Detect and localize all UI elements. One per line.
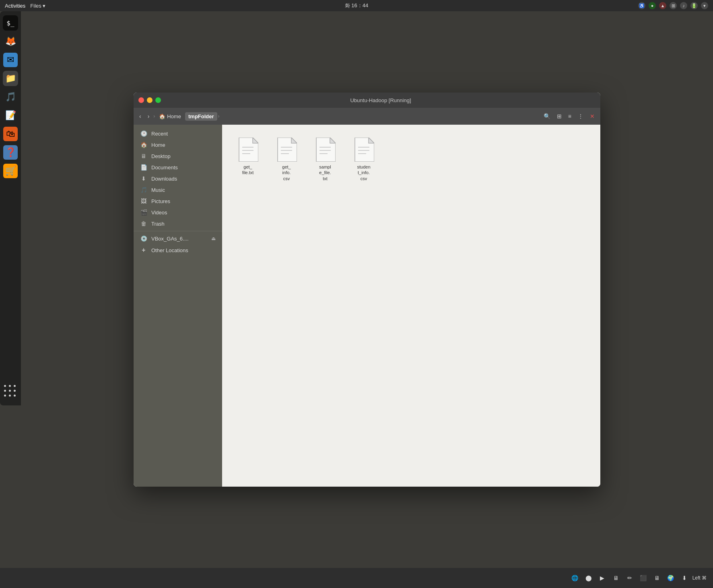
recent-icon: 🕐	[140, 130, 147, 137]
files-menu[interactable]: Files ▾	[30, 3, 45, 9]
desktop-icon: 🖥	[140, 153, 147, 159]
file-icon-csv1	[276, 138, 297, 162]
videos-icon: 🎬	[140, 209, 147, 216]
file-sample-file-txt[interactable]: sample_file.txt	[309, 134, 341, 185]
sidebar-item-other-locations[interactable]: + Other Locations	[134, 244, 222, 256]
search-button[interactable]: 🔍	[541, 111, 553, 121]
taskbar-icon-4[interactable]: 🖥	[610, 572, 622, 584]
dock-help[interactable]: ❓	[3, 145, 18, 160]
network-icon[interactable]: ●	[649, 2, 656, 9]
sidebar-divider	[134, 231, 222, 231]
taskbar-icon-7[interactable]: 🖥	[651, 572, 663, 584]
alert-icon[interactable]: ▲	[659, 2, 666, 9]
music-icon: 🎵	[140, 187, 147, 193]
taskbar-icon-9[interactable]: ⬇	[679, 572, 690, 584]
sidebar: 🕐 Recent 🏠 Home 🖥 Desktop 📄	[134, 125, 222, 487]
trash-icon: 🗑	[140, 220, 147, 227]
accessibility-icon[interactable]: ♿	[638, 2, 645, 9]
taskbar: 🌐 ⬤ ▶ 🖥 ✏ ⬛ 🖥 🌍 ⬇ Left ⌘	[0, 568, 713, 588]
view-list-button[interactable]: ≡	[566, 111, 574, 121]
breadcrumb-sep1: ›	[153, 113, 155, 119]
file-get-info-csv[interactable]: get_info.csv	[270, 134, 303, 185]
file-label-get-info-csv: get_info.csv	[282, 164, 291, 181]
sidebar-item-desktop[interactable]: 🖥 Desktop	[134, 150, 222, 162]
main-content: 🕐 Recent 🏠 Home 🖥 Desktop 📄	[134, 125, 600, 487]
activities-button[interactable]: Activities	[5, 3, 25, 9]
close-button[interactable]: ✕	[587, 111, 597, 121]
minimize-window-button[interactable]	[147, 97, 152, 103]
breadcrumb-sep2: ›	[218, 113, 220, 119]
forward-button[interactable]: ›	[145, 111, 152, 121]
maximize-window-button[interactable]	[155, 97, 161, 103]
taskbar-icon-8[interactable]: 🌍	[665, 572, 676, 584]
taskbar-icon-2[interactable]: ⬤	[583, 572, 594, 584]
dock-writer[interactable]: 📝	[3, 108, 18, 123]
sidebar-item-vbox[interactable]: 💿 VBox_GAs_6.... ⏏	[134, 233, 222, 244]
taskbar-icon-6[interactable]: ⬛	[638, 572, 649, 584]
sidebar-item-pictures[interactable]: 🖼 Pictures	[134, 195, 222, 207]
breadcrumb-home[interactable]: 🏠 Home	[156, 112, 184, 121]
system-menu-icon[interactable]: ▾	[701, 2, 708, 9]
overflow-button[interactable]: ⋮	[575, 111, 586, 121]
home-sidebar-icon: 🏠	[140, 142, 147, 148]
other-locations-icon: +	[140, 247, 147, 254]
sidebar-item-documents[interactable]: 📄 Documents	[134, 162, 222, 173]
sound-icon[interactable]: ♪	[680, 2, 687, 9]
dock-firefox[interactable]: 🦊	[3, 34, 18, 49]
taskbar-icon-5[interactable]: ✏	[624, 572, 635, 584]
title-bar: Ubuntu-Hadoop [Running]	[134, 93, 600, 108]
file-get-file-txt[interactable]: get_file.txt	[232, 134, 264, 185]
sidebar-item-downloads[interactable]: ⬇ Downloads	[134, 173, 222, 184]
network2-icon[interactable]: ⊞	[670, 2, 677, 9]
file-label-get-file-txt: get_file.txt	[242, 164, 254, 176]
dock-music[interactable]: 🎵	[3, 89, 18, 105]
close-window-button[interactable]	[138, 97, 144, 103]
vbox-icon: 💿	[140, 235, 147, 242]
taskbar-icon-3[interactable]: ▶	[597, 572, 608, 584]
dock-amazon[interactable]: 🛒	[3, 163, 18, 179]
sidebar-item-home[interactable]: 🏠 Home	[134, 139, 222, 150]
window-title: Ubuntu-Hadoop [Running]	[166, 97, 596, 103]
toolbar: ‹ › › 🏠 Home tmpFolder › �	[134, 108, 600, 125]
show-applications-button[interactable]	[3, 384, 18, 399]
taskbar-text: Left ⌘	[692, 575, 707, 581]
breadcrumb: › 🏠 Home tmpFolder ›	[153, 112, 539, 121]
taskbar-icon-1[interactable]: 🌐	[569, 572, 581, 584]
dock-appstore[interactable]: 🛍	[3, 126, 18, 142]
sidebar-item-videos[interactable]: 🎬 Videos	[134, 207, 222, 218]
back-button[interactable]: ‹	[137, 111, 144, 121]
clock: 화 16：44	[345, 2, 369, 8]
battery-icon[interactable]: 🔋	[690, 2, 698, 9]
top-bar: Activities Files ▾ 화 16：44 ♿ ● ▲ ⊞ ♪ 🔋 ▾	[0, 0, 713, 11]
dock-files[interactable]: 📁	[3, 71, 18, 86]
file-manager-window: Ubuntu-Hadoop [Running] ‹ › › 🏠 Home tmp…	[134, 93, 600, 487]
file-label-student-info-csv: student_info.csv	[357, 164, 370, 181]
sidebar-item-trash[interactable]: 🗑 Trash	[134, 218, 222, 229]
breadcrumb-tmpfolder[interactable]: tmpFolder	[185, 112, 217, 121]
dock-terminal[interactable]: $_	[3, 15, 18, 31]
home-icon: 🏠	[159, 113, 165, 119]
documents-icon: 📄	[140, 164, 147, 171]
file-area: get_file.txt	[222, 125, 600, 487]
file-icon-txt	[237, 138, 258, 162]
file-icon-sample	[315, 138, 336, 162]
file-icon-student	[353, 138, 374, 162]
dock-email[interactable]: ✉	[3, 52, 18, 68]
dock: $_ 🦊 ✉ 📁 🎵 📝 🛍 ❓ 🛒	[0, 11, 21, 405]
file-label-sample-file-txt: sample_file.txt	[319, 164, 331, 181]
sidebar-item-music[interactable]: 🎵 Music	[134, 184, 222, 195]
downloads-icon: ⬇	[140, 175, 147, 182]
pictures-icon: 🖼	[140, 198, 147, 204]
sidebar-item-recent[interactable]: 🕐 Recent	[134, 128, 222, 139]
view-grid-button[interactable]: ⊞	[554, 111, 564, 121]
eject-icon[interactable]: ⏏	[211, 236, 216, 241]
file-student-info-csv[interactable]: student_info.csv	[348, 134, 380, 185]
